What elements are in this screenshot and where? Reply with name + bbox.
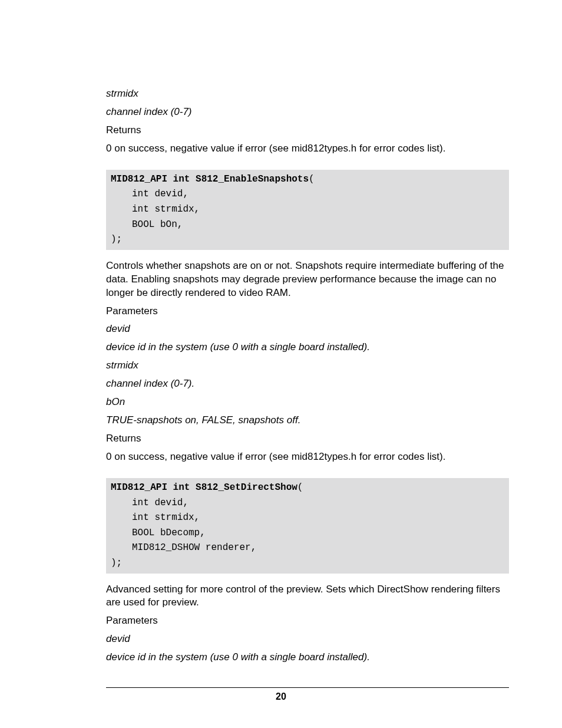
code-line: int strmidx, xyxy=(132,202,504,218)
footer-rule xyxy=(106,687,509,688)
code-signature-name: MID812_API int S812_SetDirectShow xyxy=(111,482,297,493)
param-desc: device id in the system (use 0 with a si… xyxy=(106,341,509,354)
returns-heading: Returns xyxy=(106,432,509,446)
code-line: int devid, xyxy=(132,187,504,202)
code-open-paren: ( xyxy=(297,482,303,493)
code-block-set-directshow: MID812_API int S812_SetDirectShow( int d… xyxy=(106,478,509,574)
page-content: strmidx channel index (0-7) Returns 0 on… xyxy=(0,0,562,664)
param-name: devid xyxy=(106,322,509,336)
parameters-heading: Parameters xyxy=(106,305,509,318)
code-signature: MID812_API int S812_SetDirectShow( xyxy=(111,480,504,496)
returns-text: 0 on success, negative value if error (s… xyxy=(106,142,509,156)
param-desc: TRUE-snapshots on, FALSE, snapshots off. xyxy=(106,414,509,427)
code-close: ); xyxy=(111,556,504,571)
code-line: int devid, xyxy=(132,496,504,511)
param-name: strmidx xyxy=(106,87,509,101)
param-desc: channel index (0-7) xyxy=(106,106,509,119)
param-name: strmidx xyxy=(106,359,509,373)
param-desc: channel index (0-7). xyxy=(106,377,509,391)
code-line: int strmidx, xyxy=(132,510,504,526)
returns-text: 0 on success, negative value if error (s… xyxy=(106,450,509,464)
code-line: BOOL bDecomp, xyxy=(132,526,504,541)
code-line: MID812_DSHOW renderer, xyxy=(132,541,504,556)
param-desc: device id in the system (use 0 with a si… xyxy=(106,651,509,664)
func-description: Advanced setting for more control of the… xyxy=(106,583,509,610)
code-block-enable-snapshots: MID812_API int S812_EnableSnapshots( int… xyxy=(106,170,509,250)
page-number: 20 xyxy=(0,690,562,703)
code-signature: MID812_API int S812_EnableSnapshots( xyxy=(111,172,504,187)
parameters-heading: Parameters xyxy=(106,614,509,628)
code-signature-name: MID812_API int S812_EnableSnapshots xyxy=(111,174,309,185)
param-name: devid xyxy=(106,633,509,646)
returns-heading: Returns xyxy=(106,124,509,137)
code-line: BOOL bOn, xyxy=(132,218,504,233)
func-description: Controls whether snapshots are on or not… xyxy=(106,259,509,300)
code-close: ); xyxy=(111,232,504,248)
param-name: bOn xyxy=(106,396,509,409)
code-open-paren: ( xyxy=(309,174,315,185)
